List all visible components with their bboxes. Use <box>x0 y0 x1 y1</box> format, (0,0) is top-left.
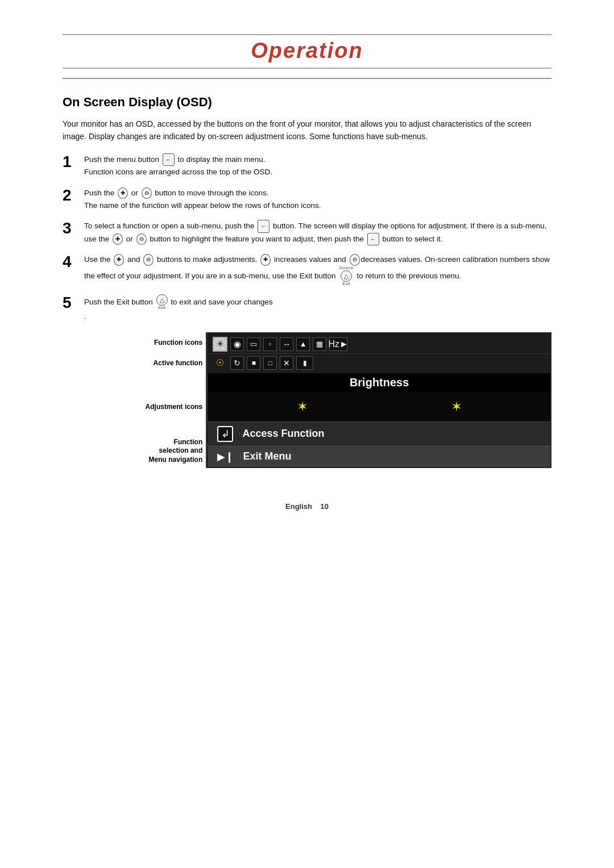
step-1-note: Function icons are arranged across the t… <box>84 166 551 178</box>
diagram-row-function-icons: Function icons ☀ ◉ ▭ ▫ ↔ ▲ <box>63 332 551 353</box>
icon-rotate: ↻ <box>230 356 244 370</box>
diagram-row-access: Functionselection andMenu navigation ↲ :… <box>63 422 551 468</box>
menu-button-icon: ← <box>163 153 175 166</box>
exit-menu-icon: ▶❙ <box>217 450 234 463</box>
intro-paragraph: Your monitor has an OSD, accessed by the… <box>63 118 551 143</box>
exit-btn-shape-5: △ <box>156 294 168 306</box>
minus-button-icon: ⊖ <box>142 187 152 199</box>
access-colon: : <box>239 431 240 436</box>
step-1-num: 1 <box>63 153 84 171</box>
sun-icon-left: ✶ <box>297 399 308 415</box>
step-5-num: 5 <box>63 294 84 312</box>
step-3: 3 To select a function or open a sub-men… <box>63 220 551 245</box>
osd-access-exit-area: ↲ : Access Function ▶❙ : Exit Menu <box>206 422 551 468</box>
osd-heading: On Screen Display (OSD) <box>63 95 551 110</box>
step-1: 1 Push the menu button ← to display the … <box>63 153 551 179</box>
page-footer: English 10 <box>63 502 551 511</box>
plus-button-icon-2: ✚ <box>113 233 123 245</box>
icon-monitor: ▮ <box>296 356 313 370</box>
icon-expand: ▦ <box>313 337 326 351</box>
diagram-row-brightness: Brightness <box>63 373 551 392</box>
step-4: 4 Use the ✚ and ⊖ buttons to make adjust… <box>63 253 551 286</box>
section-title: Operation <box>63 34 551 79</box>
step-3-content: To select a function or open a sub-menu,… <box>84 220 551 245</box>
source-label: Source <box>339 266 353 270</box>
label-blank <box>63 373 206 392</box>
step-2-num: 2 <box>63 187 84 205</box>
exit-label-5: Exit <box>158 306 165 310</box>
minus-button-icon-2: ⊖ <box>136 233 147 245</box>
exit-menu-text: Exit Menu <box>243 450 291 462</box>
footer-language: English <box>285 502 312 511</box>
minus-btn-4: ⊖ <box>143 254 154 266</box>
exit-colon: : <box>239 454 240 459</box>
exit-btn-shape: △ <box>341 270 352 282</box>
steps-list: 1 Push the menu button ← to display the … <box>63 153 551 323</box>
osd-screen-top: ☀ ◉ ▭ ▫ ↔ ▲ ▦ Hz► ☉ ↻ <box>206 332 551 373</box>
icon-hz: Hz► <box>329 337 347 351</box>
step-2-note: The name of the function will appear bel… <box>84 199 551 212</box>
icon-horiz: ↔ <box>280 337 293 351</box>
osd-brightness-row: Brightness <box>206 373 551 392</box>
select-button-icon: ← <box>258 220 269 232</box>
step-4-num: 4 <box>63 253 84 271</box>
step-2: 2 Push the ✚ or ⊖ button to move through… <box>63 187 551 212</box>
plus-icon-4b: ✚ <box>260 254 271 266</box>
exit-button-wrap: Source △ Exit <box>339 266 353 286</box>
diagram-row-adjustment: Adjustment icons ✶ ✶ <box>63 392 551 422</box>
step-4-content: Use the ✚ and ⊖ buttons to make adjustme… <box>84 253 551 286</box>
icon-x: ✕ <box>280 356 293 370</box>
access-function-text: Access Function <box>242 428 324 440</box>
footer-page-num: 10 <box>320 502 328 511</box>
exit-button-wrap-5: △ Exit <box>156 294 168 310</box>
icon-hdim: ▭ <box>247 337 260 351</box>
label-function-icons: Function icons <box>63 332 206 353</box>
label-adjustment-icons: Adjustment icons <box>63 392 206 422</box>
step-5-content: Push the Exit button △ Exit to exit and … <box>84 294 551 323</box>
brightness-label: Brightness <box>350 376 409 389</box>
plus-btn-4: ✚ <box>114 254 124 266</box>
exit-label: Exit <box>342 282 350 286</box>
icon-brightness-selected: ☀ <box>213 337 227 352</box>
step-5: 5 Push the Exit button △ Exit to exit an… <box>63 294 551 323</box>
sun-icon-right: ✶ <box>451 399 462 415</box>
osd-adjust-area: ✶ ✶ <box>206 392 551 422</box>
diagram-table: Function icons ☀ ◉ ▭ ▫ ↔ ▲ <box>63 332 551 468</box>
icon-rect: ■ <box>247 356 260 370</box>
icon-vdim: ▫ <box>263 337 277 351</box>
icon-eye: □ <box>263 356 277 370</box>
step-1-content: Push the menu button ← to display the ma… <box>84 153 551 179</box>
icon-contrast: ◉ <box>230 337 244 351</box>
step-2-content: Push the ✚ or ⊖ button to move through t… <box>84 187 551 212</box>
osd-diagram: Function icons ☀ ◉ ▭ ▫ ↔ ▲ <box>63 332 551 468</box>
plus-button-icon: ✚ <box>118 187 128 199</box>
access-function-icon: ↲ <box>217 426 233 442</box>
label-active-function: Active function <box>63 353 206 373</box>
page-container: Operation On Screen Display (OSD) Your m… <box>63 0 551 533</box>
label-function-selection: Functionselection andMenu navigation <box>63 422 206 468</box>
confirm-button-icon: ← <box>367 233 379 245</box>
step-3-num: 3 <box>63 220 84 237</box>
icon-sun-large: ☉ <box>213 356 227 370</box>
minus-icon-4b: ⊖ <box>350 254 360 266</box>
icon-up: ▲ <box>296 337 310 351</box>
